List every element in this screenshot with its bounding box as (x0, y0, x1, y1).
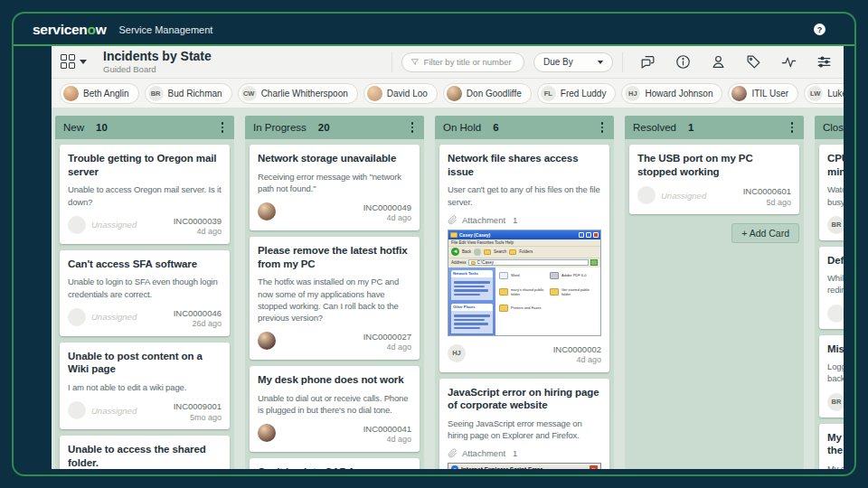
card-footer: BR (827, 393, 844, 411)
member-name: Howard Johnson (645, 89, 712, 99)
card-title: Missing folders in mailbox (827, 343, 844, 356)
member-name: Charlie Whitherspoon (261, 89, 348, 99)
board-switcher-button[interactable] (59, 52, 89, 71)
member-chip[interactable]: Beth Anglin (60, 83, 139, 104)
column-header: On Hold 6 (435, 116, 614, 139)
incident-card[interactable]: Can't log into SAP from my laptop today … (250, 458, 420, 469)
card-description: Unable to dial out or receive calls. Pho… (258, 392, 411, 416)
card-title: Defect found in application (827, 254, 844, 267)
card-description: Unable to login to SFA even though login… (68, 276, 222, 299)
incident-card[interactable]: Missing folders in mailbox Logged in thi… (819, 335, 844, 418)
kanban-column: On Hold 6 Network file shares access iss… (435, 116, 614, 469)
incident-card[interactable]: Network storage unavailable Receiving er… (250, 145, 420, 230)
card-title: Trouble getting to Oregon mail server (68, 152, 222, 178)
card-footer: Unassigned INC0000601 5d ago (637, 186, 791, 208)
tag-icon[interactable] (745, 53, 762, 70)
kanban-column: In Progress 20 Network storage unavailab… (245, 116, 424, 469)
assignee-avatar (258, 424, 276, 442)
member-name: Bud Richman (168, 89, 222, 99)
incident-card[interactable]: My desk phone does not work Unable to di… (250, 366, 420, 452)
activity-icon[interactable] (780, 53, 797, 70)
column-menu-kebab-icon[interactable] (409, 119, 417, 136)
member-chip[interactable]: David Loo (363, 83, 438, 104)
attachment-image[interactable]: Casey (Casey)File Edit View Favorites To… (448, 230, 601, 336)
incident-card[interactable]: CPU load high for over 10 minutes Watche… (819, 145, 844, 240)
member-name: Fred Luddy (561, 89, 607, 99)
avatar (447, 86, 462, 101)
column-menu-kebab-icon[interactable] (219, 119, 227, 136)
member-chip[interactable]: CW Charlie Whitherspoon (238, 83, 358, 104)
column-body: Trouble getting to Oregon mail server Un… (55, 139, 234, 469)
member-name: Don Goodliffe (467, 89, 522, 99)
paperclip-icon (448, 215, 458, 225)
incident-card[interactable]: Network file shares access issue User ca… (439, 145, 609, 372)
card-description: Logged in this morning, logged out and b… (827, 361, 844, 384)
member-chip[interactable]: HJ Howard Johnson (621, 83, 722, 104)
incident-card[interactable]: JavaScript error on hiring page of corpo… (439, 379, 609, 469)
incident-card[interactable]: The USB port on my PC stopped working Un… (629, 145, 799, 214)
add-card-button[interactable]: + Add Card (731, 223, 799, 243)
avatar: HJ (625, 86, 640, 101)
card-title: CPU load high for over 10 minutes (827, 152, 844, 178)
board-toolbar: Incidents by State Guided Board Due By (52, 46, 844, 79)
attachment-image[interactable]: eInternet Explorer Script Error×▲An erro… (448, 463, 601, 469)
card-description: Unable to access Oregon mail server. Is … (68, 183, 222, 207)
column-menu-kebab-icon[interactable] (599, 119, 607, 136)
card-title: Network file shares access issue (448, 152, 601, 178)
card-description: While launching the application, it is r… (827, 272, 844, 296)
incident-card[interactable]: Can't access SFA software Unable to logi… (60, 250, 230, 336)
incident-card[interactable]: Please remove the latest hotfix from my … (250, 237, 420, 360)
column-header: Resolved 1 (625, 116, 804, 139)
incident-card[interactable]: Unable to post content on a Wiki page I … (60, 343, 230, 430)
incident-number: INC0009001 (174, 401, 222, 412)
card-title: My desk phone does not work (258, 373, 411, 387)
column-count: 20 (318, 122, 330, 133)
assignee-label: Unassigned (91, 220, 137, 230)
member-chip[interactable]: LW Luke Wilson (804, 83, 844, 104)
column-header: Closed (815, 116, 844, 139)
card-title: JavaScript error on hiring page of corpo… (448, 386, 601, 412)
incident-card[interactable]: Defect found in application While launch… (819, 247, 844, 329)
incident-card[interactable]: Trouble getting to Oregon mail server Un… (60, 145, 230, 244)
member-chip[interactable]: ITIL User (728, 83, 798, 104)
member-chip[interactable]: Don Goodliffe (443, 83, 532, 104)
member-chip[interactable]: BR Bud Richman (145, 83, 232, 104)
xp-task-panel: Network TasksOther Places (448, 267, 495, 335)
incident-card[interactable]: My computer is not detecting the headpho… (819, 424, 844, 469)
avatar (731, 86, 747, 101)
settings-sliders-icon[interactable] (816, 53, 833, 70)
xp-titlebar: Casey (Casey) (448, 230, 600, 239)
card-footer: Unassigned INC0000039 4d ago (68, 216, 222, 238)
windows-explorer-screenshot: Casey (Casey)File Edit View Favorites To… (448, 230, 601, 336)
card-footer: Unassigned (827, 305, 844, 323)
toolbar-divider (392, 52, 392, 72)
card-description: Watcher on the app server shows CPU busy… (827, 183, 844, 207)
page-subtitle: Guided Board (103, 65, 212, 75)
assignee-avatar: HJ (448, 344, 466, 362)
assignee-avatar (258, 332, 276, 350)
avatar (367, 86, 382, 101)
kanban-column: Resolved 1 The USB port on my PC stopped… (625, 116, 804, 469)
attachment-row[interactable]: Attachment 1 (448, 215, 601, 225)
column-body: Network file shares access issue User ca… (435, 139, 614, 469)
incident-age: 4d ago (363, 435, 411, 446)
due-by-select[interactable]: Due By (533, 52, 613, 72)
incident-card[interactable]: Unable to access the shared folder. Unab… (60, 436, 230, 469)
member-chip[interactable]: FL Fred Luddy (537, 83, 617, 104)
column-count: 10 (96, 122, 108, 133)
avatar: CW (241, 86, 257, 101)
column-menu-kebab-icon[interactable] (788, 119, 797, 136)
card-description: Seeing JavaScript error message on hirin… (448, 418, 601, 441)
chat-icon[interactable] (639, 53, 656, 70)
info-icon[interactable] (675, 53, 692, 70)
card-footer: Unassigned INC0009001 5mo ago (68, 401, 222, 423)
attachment-row[interactable]: Attachment 1 (448, 448, 601, 458)
board-title-block: Incidents by State Guided Board (103, 49, 212, 74)
help-icon[interactable]: ? (814, 23, 826, 35)
filter-input[interactable] (424, 57, 515, 67)
card-description: My computer is not detecting the headpho… (827, 463, 844, 469)
paperclip-icon (448, 448, 458, 458)
incident-number: INC0000046 (174, 308, 222, 319)
column-count: 6 (493, 122, 498, 133)
user-icon[interactable] (710, 53, 727, 70)
